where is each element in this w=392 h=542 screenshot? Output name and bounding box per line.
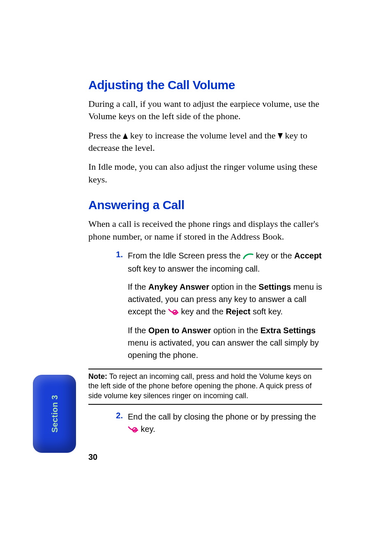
extra-settings-label: Extra Settings [261, 326, 316, 335]
note-text: To reject an incoming call, press and ho… [88, 372, 311, 400]
text-fragment: If the [128, 326, 148, 335]
step-2-text: End the call by closing the phone or by … [128, 411, 322, 436]
note-block: Note: To reject an incoming call, press … [88, 369, 322, 405]
step-1-text: From the Idle Screen press the key or th… [128, 249, 322, 275]
step-list: 1. From the Idle Screen press the key or… [88, 249, 322, 361]
text-fragment: soft key to answer the incoming call. [128, 264, 260, 273]
step-1-sub-anykey: If the Anykey Answer option in the Setti… [128, 281, 322, 318]
text-fragment: If the [128, 282, 148, 291]
step-1-sub-open: If the Open to Answer option in the Extr… [128, 324, 322, 361]
volume-up-icon [123, 133, 128, 139]
section-tab: Section 3 [33, 375, 76, 453]
text-fragment: soft key. [250, 307, 283, 316]
text-fragment: option in the [211, 326, 261, 335]
volume-down-icon [278, 133, 283, 139]
send-key-icon [243, 250, 254, 263]
open-to-answer-label: Open to Answer [148, 326, 211, 335]
text-fragment: key to increase the volume level and the [128, 130, 278, 141]
text-fragment: key. [138, 424, 155, 434]
para-answer-intro: When a call is received the phone rings … [88, 218, 322, 243]
step-number: 2. [113, 411, 123, 436]
text-fragment: Press the [88, 130, 123, 141]
text-fragment: menu is activated, you can answer the ca… [128, 338, 319, 360]
step-list-2: 2. End the call by closing the phone or … [88, 411, 322, 436]
heading-answering-call: Answering a Call [88, 198, 322, 212]
settings-label: Settings [258, 282, 291, 291]
manual-page: Adjusting the Call Volume During a call,… [0, 0, 392, 542]
para-volume-intro: During a call, if you want to adjust the… [88, 98, 322, 123]
text-fragment: End the call by closing the phone or by … [128, 412, 316, 421]
text-fragment: From the Idle Screen press the [128, 251, 243, 260]
heading-adjusting-volume: Adjusting the Call Volume [88, 78, 322, 92]
step-1: 1. From the Idle Screen press the key or… [113, 249, 322, 275]
text-fragment: option in the [209, 282, 258, 291]
para-volume-keys: Press the key to increase the volume lev… [88, 129, 322, 155]
end-key-icon [128, 424, 138, 436]
para-idle-mode: In Idle mode, you can also adjust the ri… [88, 161, 322, 186]
reject-label: Reject [226, 307, 250, 316]
step-number: 1. [113, 249, 123, 275]
text-fragment: key and the [179, 307, 226, 316]
section-tab-label: Section 3 [50, 395, 59, 433]
page-number: 30 [88, 452, 97, 462]
anykey-label: Anykey Answer [148, 282, 209, 291]
text-fragment: key or the [254, 251, 294, 260]
step-2: 2. End the call by closing the phone or … [113, 411, 322, 436]
accept-label: Accept [294, 251, 322, 260]
note-label: Note: [88, 372, 107, 381]
end-key-icon [168, 306, 179, 318]
